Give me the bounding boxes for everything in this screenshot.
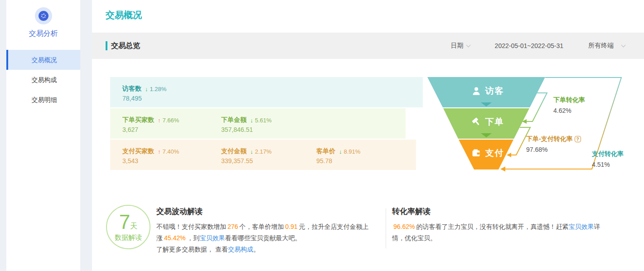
metric-label: 客单价	[316, 147, 335, 155]
insight-divider	[386, 208, 386, 248]
insight-paragraph: 96.62%的访客看了主力宝贝，没有转化就离开，真遗憾！赶紧宝贝效果详情，优化宝…	[392, 221, 609, 244]
highlight-number: 276	[228, 223, 238, 230]
insight-title: 转化率解读	[392, 206, 609, 217]
overview-metrics: 访客数 ↓ 1.28% 78,495 下单买家数 ↑ 7.66% 3,627 下…	[110, 77, 423, 171]
text-segment: 看看哪些宝贝贡献最大吧。	[225, 234, 301, 242]
funnel-stage-label: 支付	[485, 147, 504, 159]
metric-value: 357,846.51	[221, 126, 271, 133]
seven-day-insight-badge: 7 天 数据解读	[106, 205, 150, 249]
sidebar: 交易分析 交易概况 交易构成 交易明细	[6, 0, 80, 271]
metric-pay-amount[interactable]: 支付金额 ↓ 2.17% 339,357.55	[221, 147, 271, 165]
gavel-icon	[471, 117, 481, 127]
text-segment: 不错哦！支付买家数增加	[156, 223, 226, 230]
conversion-value: 97.68%	[526, 146, 581, 153]
trend-arrow-icon: ↓	[339, 148, 342, 155]
metric-change: 5.61%	[255, 117, 272, 124]
metric-visitor-count[interactable]: 访客数 ↓ 1.28% 78,495	[122, 85, 166, 102]
metric-value: 95.78	[316, 157, 360, 165]
section-title-text: 交易总览	[111, 41, 140, 51]
order-pay-conversion-rate: 下单-支付转化率 ? 97.68%	[526, 135, 581, 153]
funnel-stage-pay: 支付	[455, 147, 521, 159]
badge-number: 7	[119, 212, 130, 232]
text-segment: 了解更多交易数据， 查看	[156, 246, 228, 253]
metric-label: 下单买家数	[122, 116, 154, 124]
conversion-value: 4.62%	[553, 107, 585, 114]
sidebar-group-title: 交易分析	[6, 29, 80, 39]
metric-order-amount[interactable]: 下单金额 ↓ 5.61% 357,846.51	[221, 116, 271, 133]
conversion-label: 下单-支付转化率	[526, 135, 573, 143]
wallet-icon	[471, 148, 481, 158]
text-segment: 个，客单价增加	[239, 223, 284, 230]
badge-caption: 数据解读	[115, 233, 142, 242]
trade-fluctuation-insight: 交易波动解读 不错哦！支付买家数增加276个，客单价增加0.91元，拉升全店支付…	[156, 206, 373, 255]
conversion-insight: 转化率解读 96.62%的访客看了主力宝贝，没有转化就离开，真遗憾！赶紧宝贝效果…	[392, 206, 609, 244]
metric-row-visitor: 访客数 ↓ 1.28% 78,495	[110, 77, 423, 107]
section-header-bar: 交易总览 日期 2022-05-01~2022-05-31 所有终端	[92, 33, 644, 59]
date-type-dropdown[interactable]: 日期	[451, 42, 470, 50]
sidebar-menu: 交易概况 交易构成 交易明细	[6, 50, 80, 110]
chevron-down-icon	[466, 43, 470, 47]
trend-arrow-icon: ↓	[145, 86, 148, 92]
arrow-left-icon	[500, 167, 505, 172]
metric-row-order: 下单买家数 ↑ 7.66% 3,627 下单金额 ↓ 5.61% 357,846…	[110, 108, 406, 139]
conversion-label: 支付转化率	[592, 150, 624, 158]
chevron-down-icon	[621, 43, 626, 47]
trend-arrow-icon: ↑	[158, 117, 161, 124]
help-icon[interactable]: ?	[575, 136, 581, 142]
metric-avg-order-value[interactable]: 客单价 ↓ 8.91% 95.78	[316, 147, 360, 165]
date-type-label: 日期	[451, 42, 464, 50]
metric-change: 8.91%	[344, 148, 361, 155]
metric-label: 支付买家数	[122, 147, 154, 155]
inline-link[interactable]: 宝贝效果	[568, 223, 594, 230]
section-title: 交易总览	[106, 41, 140, 51]
metric-value: 78,495	[122, 95, 166, 102]
insight-paragraph: 了解更多交易数据， 查看交易构成。	[156, 244, 373, 255]
trend-arrow-icon: ↓	[250, 117, 253, 124]
metric-label: 访客数	[122, 85, 141, 93]
metric-order-buyers[interactable]: 下单买家数 ↑ 7.66% 3,627	[122, 116, 179, 133]
highlight-number: 0.91	[285, 223, 297, 230]
inline-link[interactable]: 交易构成	[228, 246, 253, 253]
metric-change: 1.28%	[150, 86, 167, 92]
sidebar-item-trade-composition[interactable]: 交易构成	[6, 70, 80, 90]
main-panel: 交易概况 交易总览 日期 2022-05-01~2022-05-31 所有终端 …	[92, 0, 644, 271]
funnel-stage-order: 下单	[455, 116, 521, 128]
insight-paragraph: 不错哦！支付买家数增加276个，客单价增加0.91元，拉升全店支付金额上涨45.…	[156, 221, 373, 244]
filters: 日期 2022-05-01~2022-05-31 所有终端	[451, 42, 625, 50]
highlight-number: 45.42%	[164, 234, 185, 242]
transaction-analysis-icon	[35, 7, 52, 24]
page-title: 交易概况	[106, 9, 142, 21]
metric-pay-buyers[interactable]: 支付买家数 ↑ 7.40% 3,543	[122, 147, 179, 165]
order-conversion-rate: 下单转化率 4.62%	[553, 96, 585, 114]
conversion-value: 4.51%	[592, 161, 624, 168]
terminal-dropdown[interactable]: 所有终端	[588, 42, 625, 50]
pay-conversion-rate: 支付转化率 4.51%	[592, 150, 624, 168]
highlight-number: 96.62%	[393, 223, 415, 230]
date-range-picker[interactable]: 2022-05-01~2022-05-31	[495, 42, 563, 49]
trend-arrow-icon: ↓	[250, 148, 253, 155]
metric-change: 7.40%	[163, 148, 179, 155]
metric-value: 339,357.55	[221, 157, 271, 165]
badge-unit: 天	[130, 223, 137, 230]
sidebar-item-trade-detail[interactable]: 交易明细	[6, 90, 80, 110]
metric-row-pay: 支付买家数 ↑ 7.40% 3,543 支付金额 ↓ 2.17% 339,357…	[110, 140, 416, 170]
metric-label: 下单金额	[221, 116, 247, 124]
funnel-stage-label: 访客	[485, 85, 504, 97]
metric-label: 支付金额	[221, 147, 247, 155]
text-segment: 。	[253, 246, 260, 253]
metric-change: 7.66%	[163, 117, 179, 124]
user-icon	[471, 86, 481, 96]
funnel-stage-visitor: 访客	[455, 85, 521, 97]
text-segment: 的访客看了主力宝贝，没有转化就离开，真遗憾！赶紧	[416, 223, 568, 230]
funnel-stage-label: 下单	[485, 116, 504, 128]
metric-change: 2.17%	[255, 148, 272, 155]
terminal-label: 所有终端	[588, 42, 614, 50]
trend-arrow-icon: ↑	[158, 148, 161, 155]
conversion-label: 下单转化率	[553, 96, 585, 104]
inline-link[interactable]: 宝贝效果	[199, 234, 225, 242]
text-segment: ，到	[187, 234, 199, 242]
accent-bar	[106, 41, 107, 50]
sidebar-item-trade-overview[interactable]: 交易概况	[6, 50, 80, 70]
metric-value: 3,543	[122, 157, 179, 165]
metric-value: 3,627	[122, 126, 179, 133]
